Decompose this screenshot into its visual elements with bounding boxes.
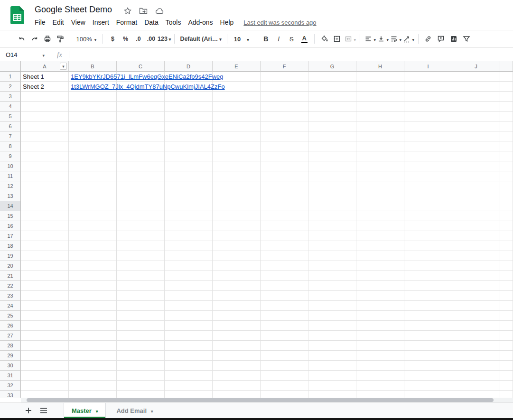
cell-F1[interactable]	[261, 72, 308, 82]
column-header-A[interactable]: A	[21, 61, 69, 72]
row-header-32[interactable]: 32	[0, 381, 21, 391]
cell-C24[interactable]	[117, 301, 165, 311]
cell-F5[interactable]	[261, 112, 308, 121]
cell-C4[interactable]	[117, 102, 165, 112]
cell-B21[interactable]	[69, 271, 117, 281]
cell-J20[interactable]	[452, 261, 500, 271]
cell-I29[interactable]	[404, 351, 452, 361]
cell-D9[interactable]	[165, 151, 213, 161]
cell-K3[interactable]	[500, 92, 513, 102]
cell-C32[interactable]	[117, 381, 165, 391]
cell-E28[interactable]	[213, 341, 261, 351]
cell-D4[interactable]	[165, 102, 213, 112]
cell-G22[interactable]	[308, 281, 356, 291]
cell-H31[interactable]	[356, 371, 404, 381]
cell-F21[interactable]	[261, 271, 308, 281]
cell-C29[interactable]	[117, 351, 165, 361]
cell-D18[interactable]	[165, 241, 213, 251]
sheets-logo-icon[interactable]	[10, 6, 24, 24]
cell-F8[interactable]	[261, 141, 308, 151]
cell-B22[interactable]	[69, 281, 117, 291]
cell-A12[interactable]	[21, 181, 69, 191]
row-header-8[interactable]: 8	[0, 141, 21, 151]
cell-H6[interactable]	[356, 121, 404, 131]
cell-J17[interactable]	[452, 231, 500, 241]
row-header-21[interactable]: 21	[0, 271, 21, 281]
row-header-19[interactable]: 19	[0, 251, 21, 261]
cell-G17[interactable]	[308, 231, 356, 241]
cell-H12[interactable]	[356, 181, 404, 191]
cell-G21[interactable]	[308, 271, 356, 281]
cell-J15[interactable]	[452, 211, 500, 221]
cell-I17[interactable]	[404, 231, 452, 241]
cell-K33[interactable]	[500, 391, 513, 398]
cell-F32[interactable]	[261, 381, 308, 391]
scrollbar-thumb[interactable]	[27, 398, 494, 402]
cell-E32[interactable]	[213, 381, 261, 391]
cell-D31[interactable]	[165, 371, 213, 381]
cell-E9[interactable]	[213, 151, 261, 161]
cell-K15[interactable]	[500, 211, 513, 221]
cell-B20[interactable]	[69, 261, 117, 271]
cell-F15[interactable]	[261, 211, 308, 221]
cell-I5[interactable]	[404, 112, 452, 121]
cell-A21[interactable]	[21, 271, 69, 281]
cell-B23[interactable]	[69, 291, 117, 301]
cell-B4[interactable]	[69, 102, 117, 112]
more-formats-button[interactable]: 123	[158, 33, 171, 45]
cell-G2[interactable]	[308, 82, 356, 92]
cell-I6[interactable]	[404, 121, 452, 131]
cell-K25[interactable]	[500, 311, 513, 321]
cell-D3[interactable]	[165, 92, 213, 102]
cell-F17[interactable]	[261, 231, 308, 241]
font-size-select[interactable]: 10	[231, 33, 252, 45]
cell-H17[interactable]	[356, 231, 404, 241]
fill-color-button[interactable]	[318, 33, 331, 45]
cell-F12[interactable]	[261, 181, 308, 191]
cell-K11[interactable]	[500, 171, 513, 181]
cell-B6[interactable]	[69, 121, 117, 131]
cell-H9[interactable]	[356, 151, 404, 161]
cell-G10[interactable]	[308, 161, 356, 171]
cell-A4[interactable]	[21, 102, 69, 112]
cell-D7[interactable]	[165, 131, 213, 141]
cell-I15[interactable]	[404, 211, 452, 221]
cell-E29[interactable]	[213, 351, 261, 361]
column-header-J[interactable]: J	[452, 61, 500, 72]
cell-C15[interactable]	[117, 211, 165, 221]
cell-K9[interactable]	[500, 151, 513, 161]
row-header-18[interactable]: 18	[0, 241, 21, 251]
cell-E11[interactable]	[213, 171, 261, 181]
cell-H20[interactable]	[356, 261, 404, 271]
cell-H19[interactable]	[356, 251, 404, 261]
cell-J1[interactable]	[452, 72, 500, 82]
cell-E3[interactable]	[213, 92, 261, 102]
cell-J6[interactable]	[452, 121, 500, 131]
cell-B27[interactable]	[69, 331, 117, 341]
column-header-D[interactable]: D	[165, 61, 213, 72]
cell-B17[interactable]	[69, 231, 117, 241]
cell-K21[interactable]	[500, 271, 513, 281]
cell-A29[interactable]	[21, 351, 69, 361]
cell-G31[interactable]	[308, 371, 356, 381]
cell-E12[interactable]	[213, 181, 261, 191]
cell-F7[interactable]	[261, 131, 308, 141]
print-button[interactable]	[41, 33, 54, 45]
cell-A6[interactable]	[21, 121, 69, 131]
cell-K14[interactable]	[500, 201, 513, 211]
row-header-3[interactable]: 3	[0, 92, 21, 102]
cell-G7[interactable]	[308, 131, 356, 141]
row-header-6[interactable]: 6	[0, 121, 21, 131]
text-rotation-button[interactable]	[402, 33, 415, 45]
menu-format[interactable]: Format	[116, 19, 137, 26]
cell-D21[interactable]	[165, 271, 213, 281]
cell-D6[interactable]	[165, 121, 213, 131]
cell-F23[interactable]	[261, 291, 308, 301]
cell-I4[interactable]	[404, 102, 452, 112]
cell-H30[interactable]	[356, 361, 404, 371]
bold-button[interactable]: B	[260, 33, 272, 45]
cell-I10[interactable]	[404, 161, 452, 171]
menu-help[interactable]: Help	[220, 19, 234, 26]
cell-D16[interactable]	[165, 221, 213, 231]
cell-H32[interactable]	[356, 381, 404, 391]
